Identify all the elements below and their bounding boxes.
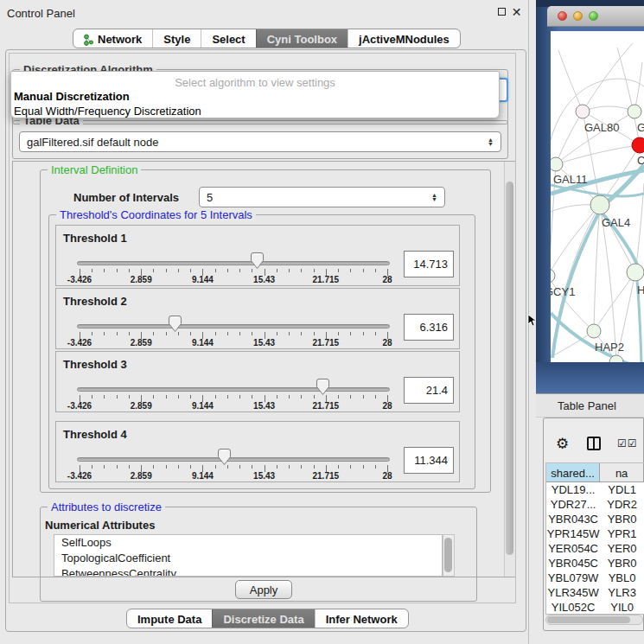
slider-tick	[363, 332, 364, 335]
slider-tick	[350, 332, 351, 335]
mac-zoom-icon[interactable]	[589, 11, 598, 21]
table-row[interactable]: YER054CYER0	[546, 541, 644, 556]
table-row[interactable]: YLR345WYLR3	[546, 585, 644, 600]
slider-tick-label: 9.144	[182, 338, 222, 348]
tab-infer-network[interactable]: Infer Network	[315, 609, 408, 628]
tab-label: Network	[98, 33, 142, 46]
slider-tick-label: -3.426	[60, 471, 99, 481]
slider-tick	[227, 269, 228, 272]
network-canvas[interactable]: GAL80GACGAL11GAL4GCY1HHAP2	[551, 31, 644, 363]
slider-tick	[227, 465, 228, 469]
attribute-item-topologicalcoefficient[interactable]: TopologicalCoefficient	[54, 551, 442, 566]
threshold-slider-track[interactable]	[77, 387, 390, 392]
cell-name: YLR3	[600, 585, 644, 600]
cell-name: YIL0	[600, 600, 644, 615]
slider-tick-label: 15.43	[245, 401, 284, 411]
slider-tick	[129, 332, 130, 335]
spinner-arrows-icon[interactable]: ▲▼	[431, 193, 437, 201]
threshold-slider-thumb[interactable]	[169, 316, 182, 332]
table-horizontal-scrollbar-thumb[interactable]	[547, 616, 630, 623]
threshold-slider-track[interactable]	[77, 324, 390, 328]
apply-button[interactable]: Apply	[235, 580, 292, 599]
gear-icon[interactable]: ⚙	[556, 435, 569, 453]
slider-tick-label: 28	[367, 471, 407, 481]
slider-tick	[363, 269, 364, 272]
number-of-intervals-spinner[interactable]: 5 ▲▼	[199, 187, 445, 207]
table-data-combobox[interactable]: galFiltered.sif default node ▲▼	[19, 131, 501, 152]
attributes-list-scrollbar-thumb[interactable]	[444, 538, 452, 572]
node-table[interactable]: shared... na YDL19...YDL1YDR27...YDR2YBR…	[545, 462, 644, 615]
threshold-slider-track[interactable]	[77, 457, 390, 462]
tab-style[interactable]: Style	[152, 29, 201, 48]
threshold-value-field[interactable]: 11.344	[404, 447, 454, 474]
table-row[interactable]: YBL079WYBL0	[546, 571, 644, 585]
vertical-scrollbar-thumb[interactable]	[506, 182, 513, 555]
slider-tick	[190, 332, 191, 335]
numerical-attributes-label: Numerical Attributes	[45, 519, 155, 532]
tab-jactivemnodules[interactable]: jActiveMNodules	[348, 29, 460, 48]
slider-tick	[363, 465, 364, 469]
columns-icon[interactable]	[587, 437, 601, 450]
float-window-icon[interactable]	[496, 7, 507, 18]
threshold-value-field[interactable]: 14.713	[404, 251, 454, 277]
slider-tick	[350, 465, 351, 469]
numerical-attributes-list[interactable]: SelfLoopsTopologicalCoefficientBetweenne…	[54, 534, 443, 577]
slider-tick-label: -3.426	[60, 401, 99, 411]
network-edge[interactable]	[634, 62, 642, 112]
threshold-slider-thumb[interactable]	[316, 379, 329, 395]
tab-cyni-toolbox[interactable]: Cyni Toolbox	[256, 29, 348, 48]
table-row[interactable]: YBR043CYBR0	[546, 512, 644, 526]
network-frame-bottom	[536, 362, 644, 393]
tab-discretize-data[interactable]: Discretize Data	[212, 609, 314, 628]
network-edge[interactable]	[556, 112, 583, 164]
attribute-item-betweennesscentrality[interactable]: BetweennessCentrality	[54, 566, 442, 577]
table-row[interactable]: YDL19...YDL1	[546, 482, 644, 497]
popup-item-manual-discretization[interactable]: Manual Discretization	[11, 89, 499, 104]
threshold-value-field[interactable]: 6.316	[404, 314, 454, 341]
network-node-c[interactable]	[632, 137, 644, 153]
table-row[interactable]: YDR27...YDR2	[546, 497, 644, 512]
tab-impute-data[interactable]: Impute Data	[127, 609, 212, 628]
network-node-gal80[interactable]	[576, 105, 590, 118]
slider-tick	[190, 269, 191, 272]
column-header-name[interactable]: na	[600, 463, 644, 481]
table-row[interactable]: YBR045CYBR0	[546, 556, 644, 571]
slider-tick	[104, 465, 105, 469]
threshold-row-4: Threshold 4-3.4262.8599.14415.4321.71528…	[55, 421, 460, 482]
column-header-shared[interactable]: shared...	[546, 463, 600, 481]
combo-spinner-icon[interactable]: ▲▼	[488, 137, 494, 146]
cell-name: YPR1	[600, 526, 644, 541]
network-edge-thick[interactable]	[551, 313, 644, 363]
table-panel-title: Table Panel	[558, 399, 616, 412]
mac-close-icon[interactable]	[558, 11, 567, 21]
network-node-gal11[interactable]	[551, 157, 563, 171]
network-edge[interactable]	[583, 106, 634, 112]
popup-item-equal-width-frequency-discretization[interactable]: Equal Width/Frequency Discretization	[11, 104, 499, 118]
network-node-h[interactable]	[627, 264, 644, 281]
slider-tick	[215, 465, 216, 469]
network-edge[interactable]	[635, 183, 644, 272]
network-node-gcy1[interactable]	[551, 269, 555, 283]
cell-shared-name: YDL19...	[546, 482, 600, 497]
table-row[interactable]: YIL052CYIL0	[546, 600, 644, 615]
table-row[interactable]: YPR145WYPR1	[546, 526, 644, 541]
network-edge[interactable]	[558, 50, 583, 112]
network-view-frame: GAL80GACGAL11GAL4GCY1HHAP2	[536, 0, 644, 393]
threshold-slider-track[interactable]	[77, 261, 390, 265]
tab-network[interactable]: Network	[73, 29, 152, 48]
close-window-icon[interactable]: ✕	[511, 7, 522, 18]
slider-tick	[338, 395, 339, 399]
cell-shared-name: YBL079W	[546, 571, 600, 585]
network-node-hap2[interactable]	[587, 324, 601, 338]
network-node-ga[interactable]	[628, 105, 641, 118]
network-node-gal4[interactable]	[590, 195, 609, 214]
attribute-item-selfloops[interactable]: SelfLoops	[54, 535, 442, 551]
threshold-slider-thumb[interactable]	[218, 449, 231, 465]
checkbox-icons[interactable]: ☑☑	[617, 437, 638, 450]
network-window-titlebar[interactable]	[547, 6, 644, 27]
tab-select[interactable]: Select	[201, 29, 255, 48]
mac-minimize-icon[interactable]	[573, 11, 583, 21]
threshold-slider-thumb[interactable]	[251, 252, 264, 269]
threshold-value-field[interactable]: 21.4	[404, 377, 454, 404]
slider-tick-label: 2.859	[121, 275, 161, 284]
